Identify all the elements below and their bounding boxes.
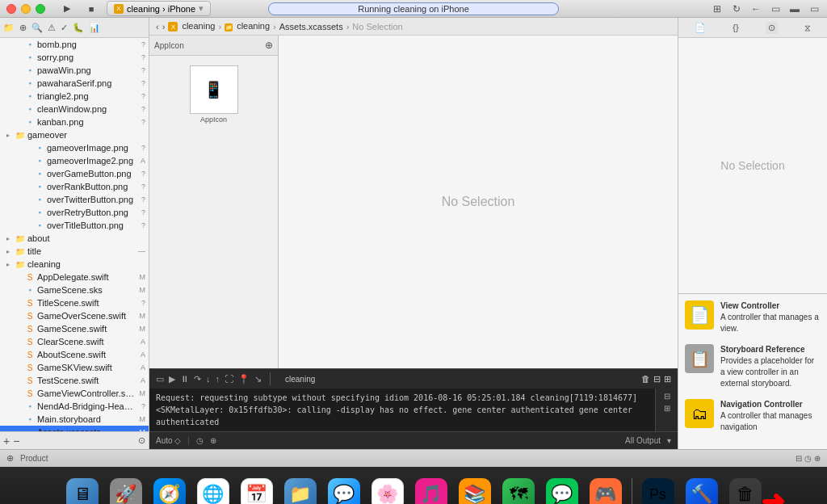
tree-item-sorry-png[interactable]: ▪ sorry.png ? xyxy=(0,51,149,64)
dock-item-messages[interactable]: 💬 xyxy=(325,475,363,504)
add-file-button[interactable]: + xyxy=(3,435,10,447)
breadcrumb-item-assets[interactable]: Assets.xcassets xyxy=(279,22,343,32)
clear-icon[interactable]: 🗑 xyxy=(641,374,650,384)
tree-item-bomb-png[interactable]: ▪ bomb.png ? xyxy=(0,38,149,51)
split-view-icon[interactable]: ⊟ xyxy=(653,374,661,384)
scheme-selector[interactable]: X cleaning › iPhone ▾ xyxy=(107,1,211,16)
right-file-icon[interactable]: 📄 xyxy=(695,23,706,33)
step-out-icon[interactable]: ↑ xyxy=(216,374,220,384)
dock-item-maps[interactable]: 🗺 xyxy=(499,475,538,504)
tree-item-overGameButton-png[interactable]: ▪ overGameButton.png ? xyxy=(0,167,149,180)
tree-item-overTitleButton-png[interactable]: ▪ overTitleButton.png ? xyxy=(0,219,149,232)
right-attr-icon[interactable]: ⊙ xyxy=(766,22,778,34)
breadcrumb-item-project[interactable]: X cleaning xyxy=(168,21,215,32)
assets-add-icon[interactable]: ⊕ xyxy=(265,40,273,51)
tree-item-TitleScene-swift[interactable]: S TitleScene.swift ? xyxy=(0,296,149,309)
nav-forward-button[interactable]: › xyxy=(162,22,166,32)
nav-report-icon[interactable]: 📊 xyxy=(89,23,100,33)
tree-item-cleanWindow-png[interactable]: ▪ cleanWindow.png ? xyxy=(0,103,149,116)
tree-item-TestScene-swift[interactable]: S TestScene.swift A xyxy=(0,374,149,387)
nav-find-icon[interactable]: ⊕ xyxy=(19,23,27,33)
dock-item-chrome[interactable]: 🌐 xyxy=(194,475,233,504)
tree-item-Assets-xcassets[interactable]: ▪ Assets.xcassets M xyxy=(0,426,149,431)
tree-item-GameSKView-swift[interactable]: S GameSKView.swift A xyxy=(0,361,149,374)
remove-file-button[interactable]: − xyxy=(13,435,19,447)
refresh-icon[interactable]: ↻ xyxy=(730,2,743,15)
right-braces-icon[interactable]: {} xyxy=(733,23,738,32)
dock-item-books[interactable]: 📚 xyxy=(455,475,494,504)
output-icon[interactable]: ▭ xyxy=(156,374,164,384)
tree-item-GameViewController-swift[interactable]: S GameViewController.swift M xyxy=(0,387,149,400)
dock-item-game[interactable]: 🎮 xyxy=(586,475,625,504)
dock-item-ps[interactable]: Ps xyxy=(639,475,678,504)
dock-item-safari[interactable]: 🧭 xyxy=(150,475,189,504)
right-panel-item-navigation-controller[interactable]: 🗂 Navigation Controller A controller tha… xyxy=(685,399,821,433)
tree-item-triangle2-png[interactable]: ▪ triangle2.png ? xyxy=(0,90,149,103)
dock-item-launchpad[interactable]: 🚀 xyxy=(107,475,145,504)
tree-item-pawaharaSerif-png[interactable]: ▪ pawaharaSerif.png ? xyxy=(0,77,149,90)
tree-item-overTwitterButton-png[interactable]: ▪ overTwitterButton.png ? xyxy=(0,193,149,206)
tree-item-cleaning[interactable]: ▸📁 cleaning xyxy=(0,258,149,271)
stop-button[interactable]: ■ xyxy=(82,0,100,18)
window-icon1[interactable]: ▭ xyxy=(769,2,782,15)
tree-item-overRankButton-png[interactable]: ▪ overRankButton.png ? xyxy=(0,180,149,193)
nav-search-icon[interactable]: 🔍 xyxy=(31,23,43,33)
back-icon[interactable]: ← xyxy=(749,2,762,15)
tree-item-Main-storyboard[interactable]: ▪ Main.storyboard M xyxy=(0,413,149,426)
output-sidebar-icon2[interactable]: ⊞ xyxy=(664,404,670,413)
grid-icon[interactable]: ⊞ xyxy=(711,2,724,15)
tree-item-kanban-png[interactable]: ▪ kanban.png ? xyxy=(0,116,149,128)
breadcrumb-item-selection: No Selection xyxy=(352,22,402,32)
play-button[interactable]: ▶ xyxy=(58,0,76,18)
tree-item-GameScene-swift[interactable]: S GameScene.swift M xyxy=(0,322,149,335)
step-over-icon[interactable]: ↷ xyxy=(194,374,201,384)
tree-item-gameoverImage2-png[interactable]: ▪ gameoverImage2.png A xyxy=(0,154,149,167)
dock-item-calendar[interactable]: 📅 xyxy=(237,475,276,504)
pause-output-icon[interactable]: ⏸ xyxy=(180,374,189,384)
tree-item-GameScene-sks[interactable]: ▪ GameScene.sks M xyxy=(0,284,149,296)
dock-item-finder[interactable]: 🖥 xyxy=(63,475,102,504)
dock-item-line[interactable]: 💬 xyxy=(543,475,581,504)
nav-folder-icon[interactable]: 📁 xyxy=(3,23,15,33)
window-icon3[interactable]: ▭ xyxy=(808,2,821,15)
filter-button[interactable]: ⊙ xyxy=(138,435,145,446)
dock-item-folder[interactable]: 📁 xyxy=(281,475,320,504)
filter-label[interactable]: All Output xyxy=(625,436,661,445)
tree-item-about[interactable]: ▸📁 about xyxy=(0,232,149,245)
dock-item-trash[interactable]: 🗑 xyxy=(726,475,765,504)
filter-chevron[interactable]: ▾ xyxy=(667,436,671,445)
step-into-icon[interactable]: ↓ xyxy=(206,374,211,384)
tree-item-GameOverScene-swift[interactable]: S GameOverScene.swift M xyxy=(0,309,149,322)
output-sidebar-icon[interactable]: ⊟ xyxy=(664,392,670,401)
output-view-icon[interactable]: ⊞ xyxy=(664,374,671,384)
right-panel-item-view-controller[interactable]: 📄 View Controller A controller that mana… xyxy=(685,300,821,334)
nav-back-button[interactable]: ‹ xyxy=(156,22,159,32)
tree-item-gameover[interactable]: ▸📁 gameover xyxy=(0,128,149,141)
dock-item-xcode[interactable]: 🔨 xyxy=(682,475,721,504)
tree-item-AppDelegate-swift[interactable]: S AppDelegate.swift M xyxy=(0,271,149,284)
breakpoint-icon[interactable]: ⛶ xyxy=(225,374,233,384)
nav-debug-icon[interactable]: 🐛 xyxy=(73,23,84,33)
play-output-icon[interactable]: ▶ xyxy=(169,374,175,384)
dock-item-music[interactable]: 🎵 xyxy=(412,475,451,504)
close-button[interactable] xyxy=(6,4,16,14)
breadcrumb-item-group[interactable]: 📁 cleaning xyxy=(225,21,270,32)
tree-item-title[interactable]: ▸📁 title — xyxy=(0,245,149,258)
tree-item-pawaWin-png[interactable]: ▪ pawaWin.png ? xyxy=(0,64,149,77)
tree-item-overRetryButton-png[interactable]: ▪ overRetryButton.png ? xyxy=(0,206,149,219)
tree-item-AboutScene-swift[interactable]: S AboutScene.swift A xyxy=(0,348,149,361)
add-target-icon[interactable]: ⊕ xyxy=(6,453,14,464)
maximize-button[interactable] xyxy=(36,4,45,14)
tree-item-ClearScene-swift[interactable]: S ClearScene.swift A xyxy=(0,335,149,348)
nav-test-icon[interactable]: ✓ xyxy=(61,23,68,33)
minimize-button[interactable] xyxy=(21,4,31,14)
window-icon2[interactable]: ▬ xyxy=(788,2,801,15)
right-panel-item-storyboard-reference[interactable]: 📋 Storyboard Reference Provides a placeh… xyxy=(685,344,821,389)
tree-item-gameoverImage-png[interactable]: ▪ gameoverImage.png ? xyxy=(0,141,149,154)
tree-item-NendAd-Bridging-Header-h[interactable]: ▪ NendAd-Bridging-Header.h ? xyxy=(0,400,149,413)
nav-issues-icon[interactable]: ⚠ xyxy=(48,23,56,33)
dock-item-photos[interactable]: 🌸 xyxy=(368,475,407,504)
right-hist-icon[interactable]: ⧖ xyxy=(804,23,811,33)
simulate-icon[interactable]: 📍 xyxy=(238,374,250,384)
location-icon[interactable]: ↘ xyxy=(254,374,262,384)
